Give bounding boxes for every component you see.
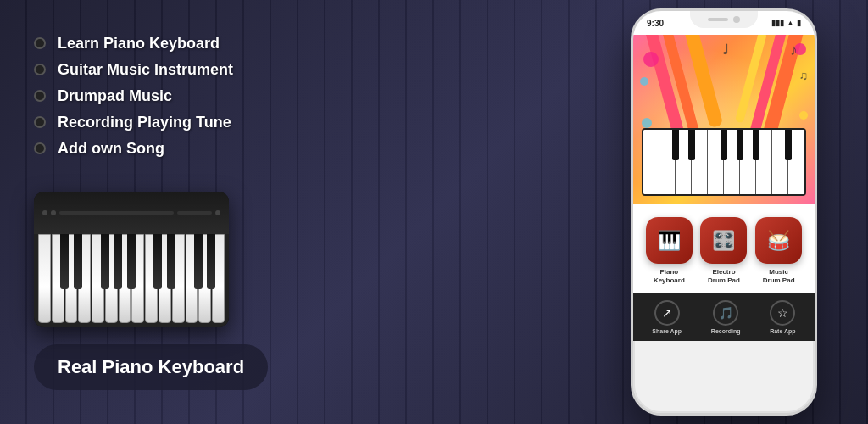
- mini-white-key[interactable]: [740, 130, 756, 194]
- white-key[interactable]: [52, 234, 64, 323]
- app-icon-piano-keyboard[interactable]: 🎹Piano Keyboard: [646, 217, 693, 284]
- mini-white-key[interactable]: [643, 130, 659, 194]
- app-icon-label-music-drum-pad: Music Drum Pad: [763, 268, 795, 284]
- nav-label-rate-app: Rate App: [770, 328, 795, 334]
- nav-icon-recording[interactable]: 🎵: [713, 300, 738, 326]
- feature-item: Recording Playing Tune: [34, 114, 475, 131]
- app-icon-electro-drum-pad[interactable]: 🎛️Electro Drum Pad: [700, 217, 747, 284]
- mini-white-key[interactable]: [772, 130, 788, 194]
- mini-white-key[interactable]: [724, 130, 740, 194]
- mini-white-key[interactable]: [676, 130, 692, 194]
- left-panel: Learn Piano KeyboardGuitar Music Instrum…: [0, 0, 509, 424]
- feature-item: Drumpad Music: [34, 87, 475, 105]
- battery-icon: ▮: [797, 19, 801, 27]
- status-time: 9:30: [647, 19, 664, 28]
- bullet-icon: [34, 142, 46, 154]
- white-key[interactable]: [78, 234, 91, 323]
- feature-item: Guitar Music Instrument: [34, 61, 475, 79]
- nav-icon-share-app[interactable]: ↗: [654, 300, 680, 326]
- bullet-icon: [34, 116, 46, 128]
- bullet-icon: [34, 90, 46, 102]
- nav-label-share-app: Share App: [652, 328, 682, 334]
- white-key[interactable]: [131, 234, 144, 323]
- nav-icon-rate-app[interactable]: ☆: [770, 300, 795, 326]
- nav-label-recording: Recording: [711, 328, 741, 334]
- nav-item-recording[interactable]: 🎵Recording: [711, 300, 741, 334]
- feature-item: Learn Piano Keyboard: [34, 35, 475, 53]
- feature-text: Drumpad Music: [58, 87, 172, 105]
- status-icons: ▮▮▮ ▲ ▮: [771, 19, 801, 27]
- white-key[interactable]: [145, 234, 158, 323]
- mini-white-key[interactable]: [756, 130, 772, 194]
- keyboard-image-container: Real Piano Keyboard: [34, 192, 475, 390]
- white-key[interactable]: [212, 234, 225, 323]
- white-key[interactable]: [92, 234, 104, 323]
- app-icon-label-electro-drum-pad: Electro Drum Pad: [708, 268, 740, 284]
- white-key[interactable]: [65, 234, 78, 323]
- wifi-icon: ▲: [787, 19, 794, 27]
- feature-text: Guitar Music Instrument: [58, 61, 233, 79]
- white-key[interactable]: [186, 234, 198, 323]
- notch-camera: [733, 16, 740, 23]
- mini-white-key[interactable]: [708, 130, 724, 194]
- app-bottom-nav[interactable]: ↗Share App🎵Recording☆Rate App: [633, 293, 815, 341]
- app-title-badge: Real Piano Keyboard: [34, 344, 268, 390]
- white-key[interactable]: [38, 234, 51, 323]
- mini-white-key[interactable]: [788, 130, 804, 194]
- signal-icon: ▮▮▮: [771, 19, 784, 27]
- app-icons-grid[interactable]: 🎹Piano Keyboard🎛️Electro Drum Pad🥁Music …: [633, 204, 815, 293]
- white-key[interactable]: [198, 234, 211, 323]
- app-icon-music-drum-pad[interactable]: 🥁Music Drum Pad: [755, 217, 802, 284]
- features-list: Learn Piano KeyboardGuitar Music Instrum…: [34, 35, 475, 166]
- app-icon-label-piano-keyboard: Piano Keyboard: [654, 268, 685, 284]
- feature-text: Recording Playing Tune: [58, 114, 231, 131]
- white-key[interactable]: [172, 234, 185, 323]
- feature-item: Add own Song: [34, 140, 475, 158]
- white-key[interactable]: [119, 234, 131, 323]
- phone-frame: 9:30 ▮▮▮ ▲ ▮ ♪ ♫ ♩: [631, 8, 817, 416]
- mini-white-key[interactable]: [692, 130, 708, 194]
- bullet-icon: [34, 64, 46, 75]
- nav-item-share-app[interactable]: ↗Share App: [652, 300, 682, 334]
- phone-mockup: 9:30 ▮▮▮ ▲ ▮ ♪ ♫ ♩: [631, 8, 817, 416]
- app-icon-btn-piano-keyboard[interactable]: 🎹: [646, 217, 693, 264]
- app-icon-btn-music-drum-pad[interactable]: 🥁: [755, 217, 802, 264]
- white-key[interactable]: [159, 234, 171, 323]
- keyboard-image: [34, 192, 229, 327]
- white-key[interactable]: [105, 234, 118, 323]
- feature-text: Add own Song: [58, 140, 164, 158]
- bullet-icon: [34, 37, 46, 49]
- feature-text: Learn Piano Keyboard: [58, 35, 220, 53]
- mini-piano-keys: [642, 128, 806, 196]
- app-title: Real Piano Keyboard: [58, 356, 244, 377]
- phone-notch: [690, 11, 758, 28]
- nav-item-rate-app[interactable]: ☆Rate App: [770, 300, 795, 334]
- mini-white-key[interactable]: [659, 130, 676, 194]
- app-piano-visual: ♪ ♫ ♩: [633, 35, 815, 204]
- app-icon-btn-electro-drum-pad[interactable]: 🎛️: [700, 217, 747, 264]
- notch-speaker: [708, 18, 728, 21]
